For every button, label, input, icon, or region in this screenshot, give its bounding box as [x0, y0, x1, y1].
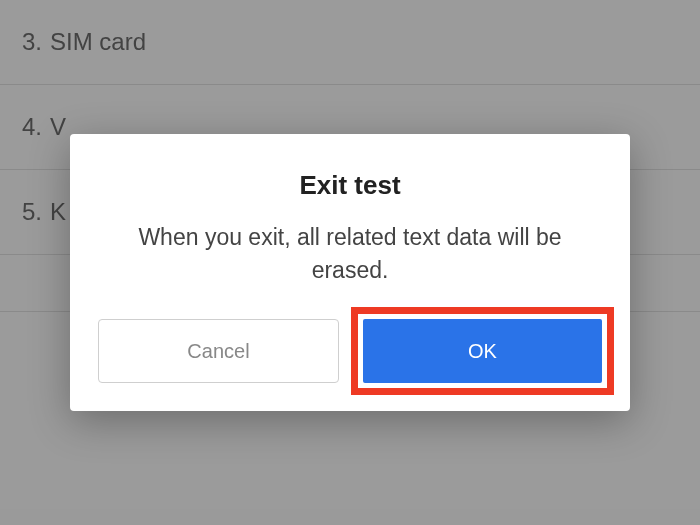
exit-test-dialog: Exit test When you exit, all related tex… — [70, 134, 630, 412]
dialog-message: When you exit, all related text data wil… — [98, 221, 602, 288]
dialog-title: Exit test — [98, 170, 602, 201]
ok-button-container: OK — [363, 319, 602, 383]
dialog-button-row: Cancel OK — [98, 319, 602, 383]
cancel-button[interactable]: Cancel — [98, 319, 339, 383]
ok-button[interactable]: OK — [363, 319, 602, 383]
modal-overlay: Exit test When you exit, all related tex… — [0, 0, 700, 525]
